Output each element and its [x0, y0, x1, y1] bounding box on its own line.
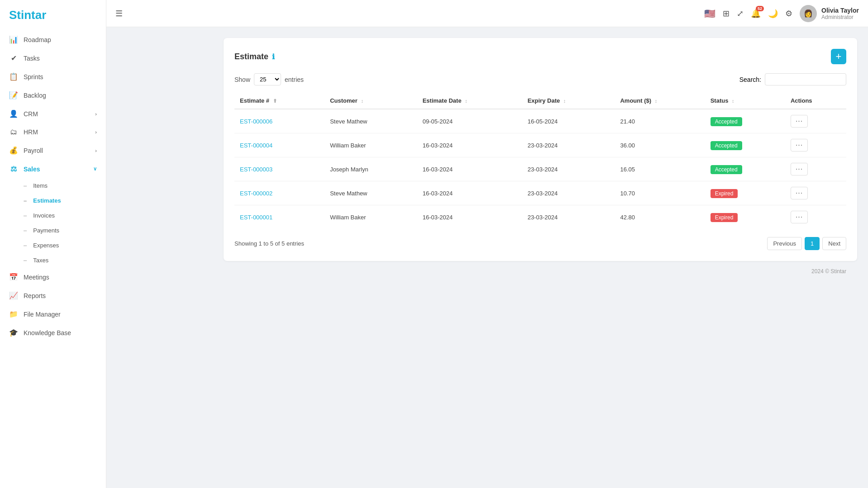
cell-expiry-date: 23-03-2024 — [522, 133, 615, 157]
chevron-right-icon: › — [95, 111, 97, 117]
estimate-link[interactable]: EST-000001 — [240, 214, 272, 221]
payroll-icon: 💰 — [9, 146, 18, 155]
table-row: EST-000006 Steve Mathew 09-05-2024 16-05… — [234, 109, 846, 133]
cell-amount: 10.70 — [615, 181, 705, 205]
sidebar-item-label: Backlog — [24, 92, 46, 99]
showing-text: Showing 1 to 5 of 5 entries — [234, 240, 304, 247]
sidebar-item-sprints[interactable]: 📋 Sprints — [0, 67, 106, 86]
cell-estimate-date: 16-03-2024 — [417, 133, 522, 157]
cell-expiry-date: 23-03-2024 — [522, 205, 615, 229]
header-icons: 🇺🇸 ⊞ ⤢ 🔔 52 🌙 ⚙ 👩 Olivia Taylor Administ… — [704, 5, 859, 22]
cell-actions: ··· — [785, 133, 846, 157]
sidebar-item-knowledge-base[interactable]: 🎓 Knowledge Base — [0, 323, 106, 342]
cell-actions: ··· — [785, 205, 846, 229]
cell-customer: Steve Mathew — [324, 181, 417, 205]
cell-amount: 21.40 — [615, 109, 705, 133]
cell-actions: ··· — [785, 157, 846, 181]
estimate-link[interactable]: EST-000002 — [240, 190, 272, 197]
cell-estimate-date: 16-03-2024 — [417, 205, 522, 229]
hrm-icon: 🗂 — [9, 128, 18, 136]
sidebar-item-estimates[interactable]: Estimates — [0, 193, 106, 208]
sub-item-label: Taxes — [33, 257, 48, 264]
table-footer: Showing 1 to 5 of 5 entries Previous 1 N… — [234, 237, 846, 250]
sidebar-item-invoices[interactable]: Invoices — [0, 208, 106, 223]
backlog-icon: 📝 — [9, 91, 18, 99]
sidebar-item-expenses[interactable]: Expenses — [0, 238, 106, 253]
estimates-table: Estimate # ⬆ Customer ↕ Estimate Date ↕ … — [234, 93, 846, 229]
sort-icon: ↕ — [361, 98, 363, 104]
sort-icon: ↕ — [732, 98, 734, 104]
cell-actions: ··· — [785, 181, 846, 205]
sub-item-label: Invoices — [33, 212, 55, 219]
sidebar-item-hrm[interactable]: 🗂 HRM › — [0, 123, 106, 141]
main-content: Estimate ℹ + Show 10 25 50 100 entries S… — [213, 27, 868, 488]
sidebar-item-file-manager[interactable]: 📁 File Manager — [0, 305, 106, 323]
sidebar-item-reports[interactable]: 📈 Reports — [0, 286, 106, 305]
cell-customer: Steve Mathew — [324, 109, 417, 133]
cell-status: Accepted — [705, 157, 785, 181]
sidebar-item-tasks[interactable]: ✔ Tasks — [0, 49, 106, 67]
next-button[interactable]: Next — [822, 237, 846, 250]
col-estimate-date[interactable]: Estimate Date ↕ — [417, 93, 522, 109]
cell-estimate-no: EST-000003 — [234, 157, 324, 181]
estimate-link[interactable]: EST-000006 — [240, 118, 272, 125]
col-expiry-date[interactable]: Expiry Date ↕ — [522, 93, 615, 109]
pagination: Previous 1 Next — [767, 237, 846, 250]
sidebar-item-label: Payroll — [24, 147, 43, 154]
row-action-button[interactable]: ··· — [791, 187, 808, 199]
cell-customer: William Baker — [324, 133, 417, 157]
cell-estimate-no: EST-000001 — [234, 205, 324, 229]
add-estimate-button[interactable]: + — [831, 49, 846, 64]
chevron-right-icon: › — [95, 148, 97, 153]
apps-grid-icon[interactable]: ⊞ — [723, 9, 730, 19]
sales-icon: ⚖ — [9, 165, 18, 173]
sidebar-item-payments[interactable]: Payments — [0, 223, 106, 238]
sidebar-item-payroll[interactable]: 💰 Payroll › — [0, 141, 106, 160]
settings-icon[interactable]: ⚙ — [785, 9, 792, 19]
dark-mode-icon[interactable]: 🌙 — [768, 9, 778, 19]
cell-estimate-date: 16-03-2024 — [417, 157, 522, 181]
row-action-button[interactable]: ··· — [791, 163, 808, 175]
language-flag[interactable]: 🇺🇸 — [704, 8, 715, 19]
col-customer[interactable]: Customer ↕ — [324, 93, 417, 109]
sidebar-item-label: Meetings — [24, 274, 49, 281]
estimate-link[interactable]: EST-000004 — [240, 142, 272, 149]
chevron-down-icon: ∨ — [93, 166, 97, 172]
row-action-button[interactable]: ··· — [791, 115, 808, 128]
sidebar-item-roadmap[interactable]: 📊 Roadmap — [0, 30, 106, 49]
page-1-button[interactable]: 1 — [805, 237, 820, 250]
sub-item-label: Expenses — [33, 242, 59, 249]
logo-text: Stintar — [9, 8, 46, 22]
cell-expiry-date: 23-03-2024 — [522, 157, 615, 181]
col-amount[interactable]: Amount ($) ↕ — [615, 93, 705, 109]
sprints-icon: 📋 — [9, 72, 18, 81]
menu-toggle-icon[interactable]: ☰ — [115, 9, 123, 19]
status-badge: Expired — [711, 213, 738, 222]
sidebar-item-label: HRM — [24, 128, 38, 136]
previous-button[interactable]: Previous — [767, 237, 802, 250]
row-action-button[interactable]: ··· — [791, 139, 808, 152]
sidebar-item-backlog[interactable]: 📝 Backlog — [0, 86, 106, 104]
row-action-button[interactable]: ··· — [791, 211, 808, 223]
sidebar-item-sales[interactable]: ⚖ Sales ∨ — [0, 160, 106, 178]
knowledge-base-icon: 🎓 — [9, 328, 18, 337]
sidebar-item-items[interactable]: Items — [0, 178, 106, 193]
cell-status: Expired — [705, 205, 785, 229]
cell-customer: William Baker — [324, 205, 417, 229]
sort-icon: ↕ — [655, 98, 658, 104]
info-icon[interactable]: ℹ — [272, 52, 275, 61]
sidebar-item-meetings[interactable]: 📅 Meetings — [0, 268, 106, 286]
search-input[interactable] — [765, 73, 846, 85]
col-status[interactable]: Status ↕ — [705, 93, 785, 109]
user-profile[interactable]: 👩 Olivia Taylor Administrator — [800, 5, 859, 22]
notification-icon[interactable]: 🔔 52 — [751, 9, 761, 19]
estimate-link[interactable]: EST-000003 — [240, 166, 272, 173]
entries-select[interactable]: 10 25 50 100 — [254, 73, 281, 85]
expand-icon[interactable]: ⤢ — [737, 9, 744, 19]
col-estimate-no[interactable]: Estimate # ⬆ — [234, 93, 324, 109]
avatar: 👩 — [800, 5, 817, 22]
sidebar-item-crm[interactable]: 👤 CRM › — [0, 104, 106, 123]
sidebar-item-taxes[interactable]: Taxes — [0, 253, 106, 268]
status-badge: Accepted — [711, 117, 742, 126]
sidebar: Stintar 📊 Roadmap ✔ Tasks 📋 Sprints 📝 Ba… — [0, 0, 106, 488]
